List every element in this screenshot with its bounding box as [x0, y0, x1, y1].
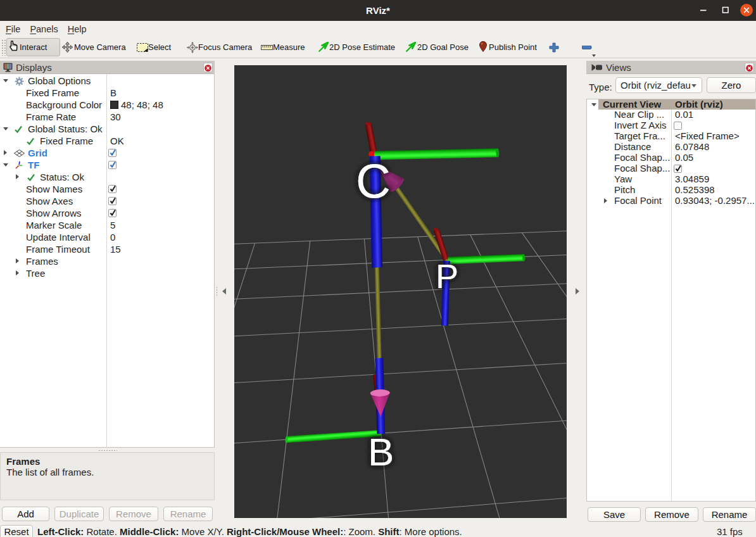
- svg-text:B: B: [368, 430, 394, 474]
- svg-text:C: C: [356, 154, 391, 208]
- svg-text:P: P: [436, 257, 458, 295]
